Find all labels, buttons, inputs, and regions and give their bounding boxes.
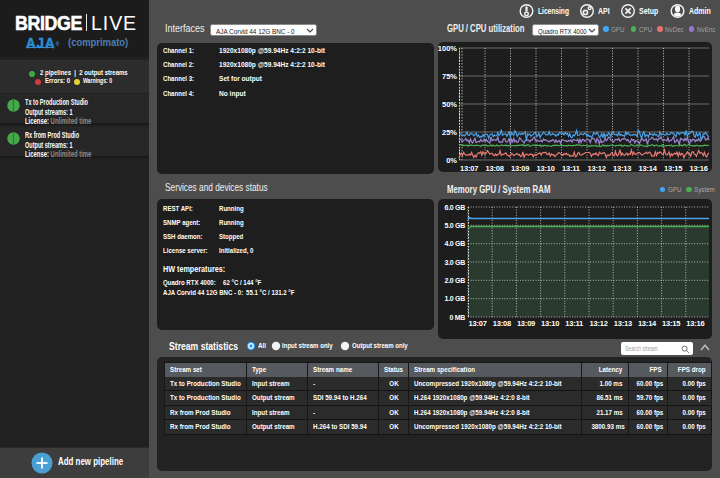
svg-text:100%: 100% [438,44,457,53]
svg-text:75%: 75% [442,72,457,81]
svg-text:0%: 0% [446,156,457,165]
svg-text:6.0 GB: 6.0 GB [445,204,466,211]
svg-text:25%: 25% [442,128,457,137]
svg-text:13:13: 13:13 [614,319,632,328]
svg-text:13:12: 13:12 [588,164,606,172]
svg-text:3.0 GB: 3.0 GB [445,259,466,266]
svg-text:13:11: 13:11 [565,319,583,328]
svg-text:13:16: 13:16 [690,164,708,172]
svg-text:13:11: 13:11 [562,164,580,172]
svg-text:13:08: 13:08 [486,164,504,172]
svg-text:50%: 50% [442,100,457,109]
svg-text:13:07: 13:07 [469,319,487,328]
svg-text:2.0 GB: 2.0 GB [445,277,466,284]
svg-text:13:10: 13:10 [541,319,559,328]
svg-text:13:07: 13:07 [460,164,478,172]
svg-text:5.0 GB: 5.0 GB [445,222,466,229]
svg-text:1.0 GB: 1.0 GB [445,295,466,302]
svg-text:13:14: 13:14 [639,164,658,172]
svg-text:13:16: 13:16 [686,319,704,328]
svg-text:13:15: 13:15 [664,164,682,172]
svg-text:13:12: 13:12 [590,319,608,328]
svg-text:4.0 GB: 4.0 GB [445,240,466,247]
svg-text:13:13: 13:13 [613,164,631,172]
svg-text:13:15: 13:15 [662,319,680,328]
svg-text:13:08: 13:08 [493,319,511,328]
svg-text:13:10: 13:10 [537,164,555,172]
svg-text:0 MB: 0 MB [449,314,465,321]
svg-text:13:14: 13:14 [638,319,657,328]
svg-text:13:09: 13:09 [511,164,529,172]
svg-text:13:09: 13:09 [517,319,535,328]
